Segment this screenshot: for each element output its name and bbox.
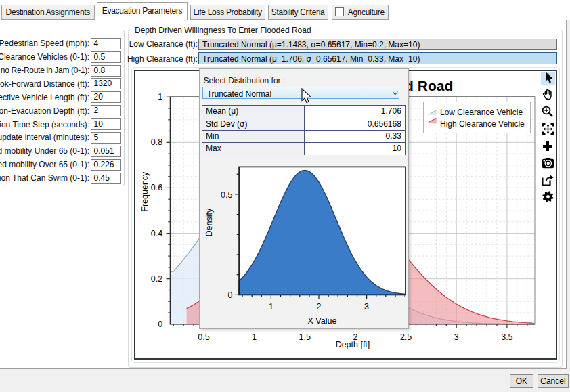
svg-text:0.5: 0.5 — [221, 190, 232, 200]
svg-text:0.8: 0.8 — [150, 137, 162, 147]
svg-text:Density: Density — [204, 208, 214, 236]
svg-text:Frequency: Frequency — [140, 171, 150, 212]
svg-text:0.2: 0.2 — [150, 274, 162, 283]
svg-text:X Value: X Value — [308, 316, 337, 326]
svg-text:1: 1 — [252, 332, 257, 342]
svg-text:2: 2 — [317, 303, 322, 312]
svg-text:Depth [ft]: Depth [ft] — [335, 340, 370, 349]
svg-text:1: 1 — [269, 303, 273, 312]
svg-text:1.5: 1.5 — [299, 332, 310, 342]
svg-text:0: 0 — [228, 290, 233, 300]
svg-text:3: 3 — [364, 303, 369, 312]
svg-text:0.6: 0.6 — [150, 183, 162, 192]
svg-text:0: 0 — [158, 320, 162, 329]
svg-text:1: 1 — [158, 92, 162, 102]
svg-text:2.5: 2.5 — [399, 332, 411, 342]
svg-text:0.4: 0.4 — [150, 228, 162, 238]
svg-text:3.5: 3.5 — [501, 332, 512, 342]
svg-text:3: 3 — [454, 332, 458, 342]
svg-text:0.5: 0.5 — [198, 332, 209, 342]
